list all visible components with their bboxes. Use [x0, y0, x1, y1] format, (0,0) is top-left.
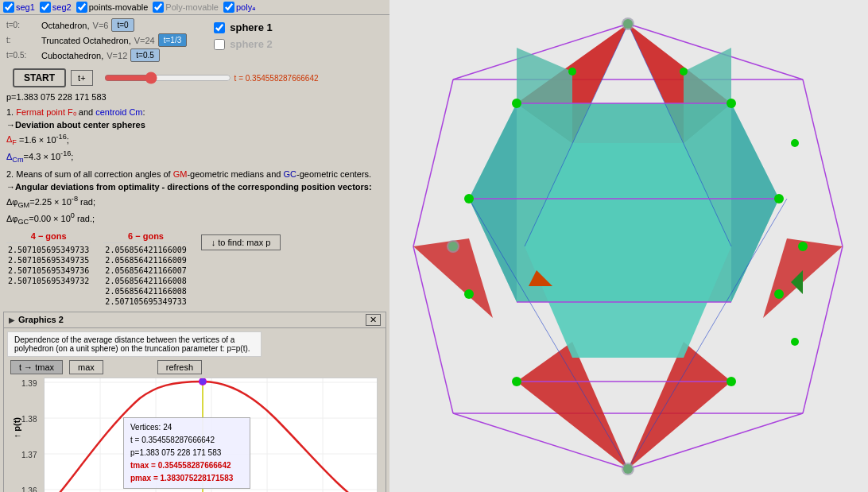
deviation-title: →Deviation about center spheres — [6, 118, 383, 132]
cell-1-1: 2.507105695349733 — [6, 245, 91, 255]
t0-label: t=0: — [6, 21, 38, 29]
t0-shape: Octahedron, — [41, 21, 90, 30]
angular-title: →Angular deviations from optimality - di… — [6, 180, 383, 194]
refresh-button[interactable]: refresh — [157, 360, 202, 374]
y-tick-139: 1.39 — [21, 379, 37, 388]
t05-button[interactable]: t=0.5 — [130, 48, 160, 62]
svg-point-61 — [680, 68, 688, 76]
graphics-title-bar: ▶ Graphics 2 ✕ — [4, 312, 386, 328]
col1-header: 4 − gons — [6, 231, 91, 243]
chart-buttons: t → tmax max refresh — [10, 360, 379, 374]
t2-shape: Cuboctahedron, — [41, 51, 103, 60]
poly-movable-label: Poly-movable — [165, 2, 219, 12]
tmax-button[interactable]: t → tmax — [10, 360, 63, 374]
t13-button[interactable]: t=1/3 — [158, 33, 188, 47]
svg-point-64 — [622, 17, 634, 30]
cell-2-4: 2.056856421166008 — [103, 276, 188, 286]
svg-point-60 — [568, 68, 576, 76]
t-row-1: t: Truncated Octahedron, V=24 t=1/3 — [6, 33, 187, 47]
find-max-button[interactable]: ↓ to find: max p — [201, 234, 281, 250]
svg-point-52 — [774, 194, 784, 203]
start-button[interactable]: START — [13, 68, 66, 87]
svg-point-62 — [791, 139, 799, 147]
data-table: 4 − gons 2.507105695349733 2.50710569534… — [6, 231, 188, 307]
cell-1-4: 2.507105695349732 — [6, 276, 91, 286]
sphere1-label: sphere 1 — [230, 21, 272, 33]
delta-phiGC: ΔφGC=0.00 × 100 rad.; — [6, 211, 383, 228]
chart-description: Dependence of the average distance betwe… — [7, 331, 262, 357]
checkbox-seg1[interactable]: seg1 — [3, 2, 35, 13]
action-buttons: START t+ t = 0.354558287666642 — [6, 65, 383, 89]
checkbox-poly4[interactable]: poly₄ — [223, 2, 255, 13]
t2-label: t=0.5: — [6, 51, 38, 60]
svg-point-56 — [774, 289, 784, 299]
slider-value: t = 0.354558287666642 — [234, 74, 319, 83]
cell-2-1: 2.056856421166009 — [103, 245, 188, 255]
svg-point-57 — [512, 377, 521, 386]
fermat-centroid: 1. Fermat point F₀ and centroid Cm: — [6, 106, 383, 119]
means-text: 2. Means of sum of all correction angles… — [6, 168, 383, 181]
sphere1-row[interactable]: sphere 1 — [214, 21, 272, 33]
delta-phiGM: ΔφGM=2.25 × 10-8 rad; — [6, 194, 383, 211]
checkbox-seg2[interactable]: seg2 — [40, 2, 72, 13]
sphere2-checkbox[interactable] — [214, 39, 225, 50]
cell-2-5: 2.056856421166008 — [103, 286, 188, 296]
svg-point-51 — [464, 194, 474, 203]
svg-point-50 — [727, 99, 736, 108]
cell-1-3: 2.507105695349736 — [6, 265, 91, 276]
svg-point-54 — [798, 242, 808, 251]
3d-view — [389, 0, 868, 492]
t-row-2: t=0.5: Cuboctahedron, V=12 t=0.5 — [6, 48, 187, 62]
t-slider[interactable] — [104, 72, 231, 84]
sphere-column: sphere 1 sphere 2 — [214, 21, 272, 62]
sphere2-label: sphere 2 — [230, 38, 272, 50]
p-value: p=1.383 075 228 171 583 — [6, 91, 383, 104]
graphics-panel: ▶ Graphics 2 ✕ Dependence of the average… — [3, 312, 386, 492]
cell-2-2: 2.056856421166009 — [103, 255, 188, 265]
cell-2-6: 2.507105695349733 — [103, 296, 188, 307]
svg-point-66 — [622, 463, 634, 475]
svg-point-49 — [512, 99, 521, 108]
col2: 6 − gons 2.056856421166009 2.05685642116… — [103, 231, 188, 307]
points-movable-label: points-movable — [89, 2, 149, 12]
svg-point-65 — [447, 240, 459, 253]
t1-shape: Truncated Octahedron, — [41, 36, 131, 45]
svg-point-58 — [727, 377, 736, 386]
cell-1-2: 2.507105695349735 — [6, 255, 91, 265]
graphics-title: Graphics 2 — [18, 315, 64, 324]
fermat-label: Fermat point F₀ — [16, 107, 76, 117]
cell-2-3: 2.056856421166007 — [103, 265, 188, 276]
y-axis-label: ↑ p(t) — [12, 417, 21, 438]
t-shapes-column: t=0: Octahedron, V=6 t=0 t: Truncated Oc… — [6, 18, 187, 62]
checkbox-poly-movable[interactable]: Poly-movable — [153, 2, 219, 13]
col1: 4 − gons 2.507105695349733 2.50710569534… — [6, 231, 91, 307]
tplus-button[interactable]: t+ — [71, 70, 92, 86]
svg-point-11 — [200, 378, 206, 385]
y-tick-138: 1.38 — [21, 415, 37, 424]
max-button[interactable]: max — [69, 360, 103, 374]
y-tick-136: 1.36 — [21, 486, 37, 492]
t0-count: V=6 — [93, 21, 109, 30]
svg-point-55 — [464, 289, 474, 299]
y-tick-137: 1.37 — [21, 451, 37, 459]
svg-point-63 — [791, 338, 799, 346]
seg1-label: seg1 — [16, 2, 35, 12]
col2-header: 6 − gons — [103, 231, 188, 243]
t1-count: V=24 — [134, 36, 155, 45]
sphere2-row[interactable]: sphere 2 — [214, 38, 272, 50]
centroid-label: centroid Cm — [95, 107, 142, 117]
t1-label: t: — [6, 36, 38, 45]
right-panel — [389, 0, 868, 492]
delta-cm: ΔCm=4.3 × 10-16; — [6, 149, 383, 166]
t0-button[interactable]: t=0 — [111, 18, 134, 32]
expand-icon[interactable]: ▶ — [9, 316, 15, 324]
top-bar: seg1 seg2 points-movable Poly-movable po… — [0, 0, 389, 15]
delta-f: ΔF =1.6 × 10-16; — [6, 132, 383, 149]
checkbox-points-movable[interactable]: points-movable — [76, 2, 149, 13]
close-button[interactable]: ✕ — [366, 314, 381, 326]
seg2-label: seg2 — [52, 2, 72, 12]
info-section: p=1.383 075 228 171 583 1. Fermat point … — [0, 89, 389, 230]
chart-area: ↑ p(t) 1.39 1.38 1.37 1.36 — [44, 378, 379, 492]
poly4-label: poly₄ — [236, 2, 255, 13]
sphere1-checkbox[interactable] — [214, 22, 225, 33]
